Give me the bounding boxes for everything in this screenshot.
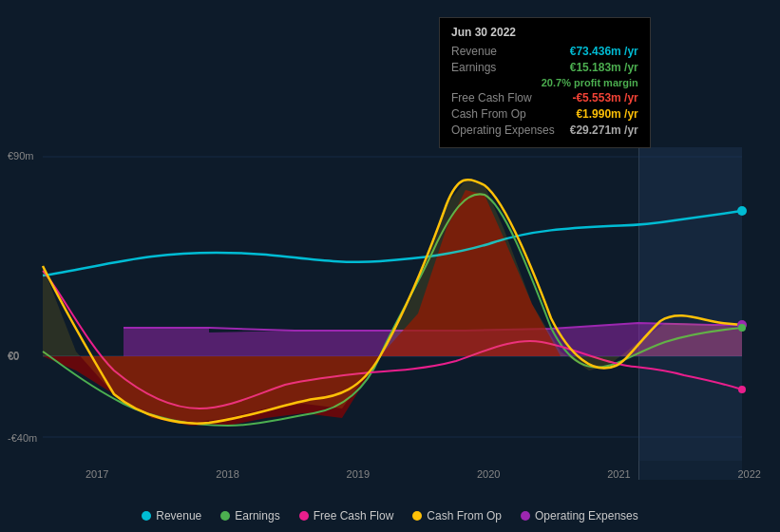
- legend-dot-cashop: [412, 511, 422, 521]
- profit-margin-row: 20.7% profit margin: [451, 77, 638, 88]
- chart-legend: Revenue Earnings Free Cash Flow Cash Fro…: [0, 509, 780, 522]
- zero-label-svg: €0: [8, 351, 19, 362]
- legend-label-earnings: Earnings: [235, 509, 279, 522]
- chart-bg-right: [638, 147, 742, 461]
- legend-fcf[interactable]: Free Cash Flow: [299, 509, 394, 522]
- x-label-2019: 2019: [347, 468, 370, 480]
- tooltip-opex-value: €29.271m /yr: [570, 124, 638, 137]
- legend-label-cashop: Cash From Op: [427, 509, 502, 522]
- profit-margin-value: 20.7% profit margin: [542, 77, 638, 88]
- chart-container: Jun 30 2022 Revenue €73.436m /yr Earning…: [0, 0, 780, 532]
- x-label-2022: 2022: [737, 468, 760, 480]
- tooltip-cashop-label: Cash From Op: [451, 107, 526, 121]
- tooltip-revenue-label: Revenue: [451, 45, 497, 58]
- x-axis-labels: 2017 2018 2019 2020 2021 2022: [86, 468, 761, 480]
- legend-earnings[interactable]: Earnings: [220, 509, 279, 522]
- fcf-dot: [738, 386, 746, 393]
- x-label-2020: 2020: [477, 468, 500, 480]
- x-label-2018: 2018: [216, 468, 238, 480]
- legend-label-opex: Operating Expenses: [535, 509, 638, 522]
- tooltip-revenue-value: €73.436m /yr: [570, 45, 638, 58]
- tooltip-fcf-row: Free Cash Flow -€5.553m /yr: [451, 91, 638, 104]
- tooltip-cashop-value: €1.990m /yr: [576, 107, 637, 121]
- earnings-dot: [738, 324, 746, 332]
- legend-dot-fcf: [299, 511, 309, 521]
- legend-cashop[interactable]: Cash From Op: [412, 509, 502, 522]
- legend-label-revenue: Revenue: [156, 509, 201, 522]
- x-label-2021: 2021: [607, 468, 630, 480]
- tooltip-fcf-label: Free Cash Flow: [451, 91, 532, 104]
- tooltip-cashop-row: Cash From Op €1.990m /yr: [451, 107, 638, 121]
- tooltip-date: Jun 30 2022: [451, 26, 638, 39]
- tooltip-opex-label: Operating Expenses: [451, 124, 555, 137]
- tooltip-earnings-value: €15.183m /yr: [570, 61, 638, 74]
- legend-dot-revenue: [142, 511, 151, 521]
- tooltip-box: Jun 30 2022 Revenue €73.436m /yr Earning…: [439, 17, 651, 148]
- tooltip-earnings-label: Earnings: [451, 61, 496, 74]
- revenue-dot: [737, 206, 747, 216]
- legend-revenue[interactable]: Revenue: [142, 509, 201, 522]
- tooltip-earnings-row: Earnings €15.183m /yr: [451, 61, 638, 74]
- legend-dot-earnings: [220, 511, 230, 521]
- tooltip-revenue-row: Revenue €73.436m /yr: [451, 45, 638, 58]
- main-chart-svg: €0: [0, 0, 780, 532]
- legend-dot-opex: [521, 511, 530, 521]
- tooltip-fcf-value: -€5.553m /yr: [572, 91, 637, 104]
- legend-label-fcf: Free Cash Flow: [314, 509, 394, 522]
- tooltip-opex-row: Operating Expenses €29.271m /yr: [451, 124, 638, 137]
- legend-opex[interactable]: Operating Expenses: [521, 509, 638, 522]
- x-label-2017: 2017: [86, 468, 108, 480]
